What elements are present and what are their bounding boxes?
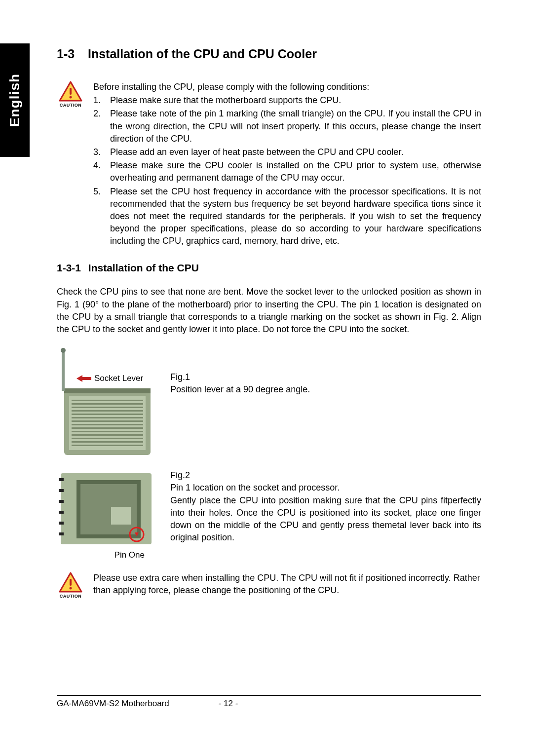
svg-point-33 <box>70 587 72 590</box>
caution-intro: Before installing the CPU, please comply… <box>93 81 481 93</box>
caution-icon: CAUTION <box>57 81 84 108</box>
svg-rect-24 <box>59 500 64 503</box>
figure-2-row: Pin One Fig.2 Pin 1 location on the sock… <box>57 469 481 560</box>
condition-item: Please add an even layer of heat paste b… <box>93 146 481 158</box>
page-footer: GA-MA69VM-S2 Motherboard - 12 - <box>57 695 481 709</box>
svg-rect-17 <box>72 441 143 443</box>
footer-line: GA-MA69VM-S2 Motherboard - 12 - <box>57 699 481 709</box>
svg-rect-25 <box>59 511 64 514</box>
svg-rect-16 <box>72 438 143 439</box>
caution-label: CAUTION <box>57 594 84 599</box>
svg-rect-11 <box>72 420 143 422</box>
condition-item: Please make sure the CPU cooler is insta… <box>93 159 481 184</box>
condition-item: Please take note of the pin 1 marking (t… <box>93 108 481 145</box>
figure-1-row: Socket Lever Fig.1 Position lever at a 9… <box>57 346 481 457</box>
caution-icon: CAUTION <box>57 572 84 599</box>
condition-item: Please make sure that the motherboard su… <box>93 94 481 107</box>
svg-rect-15 <box>72 434 143 436</box>
caution-block-1: CAUTION Before installing the CPU, pleas… <box>57 81 481 248</box>
section-heading: 1-3 Installation of the CPU and CPU Cool… <box>57 47 481 61</box>
caution-label: CAUTION <box>57 103 84 108</box>
language-tab-label: English <box>7 74 23 127</box>
caution-2-text: Please use extra care when installing th… <box>93 572 481 597</box>
language-tab: English <box>0 43 30 157</box>
socket-lever-label: Socket Lever <box>94 374 143 383</box>
cpu-socket-fig1-illustration <box>57 346 155 457</box>
socket-lever-callout: Socket Lever <box>76 374 143 383</box>
figure-1-text: Position lever at a 90 degree angle. <box>170 384 310 394</box>
svg-rect-18 <box>72 445 143 446</box>
pin-one-label: Pin One <box>114 550 145 560</box>
figure-1-image: Socket Lever <box>57 346 155 457</box>
section-title: Installation of the CPU and CPU Cooler <box>88 47 317 61</box>
svg-rect-10 <box>72 417 143 418</box>
figure-2-title: Fig.2 <box>170 469 481 482</box>
svg-rect-27 <box>59 532 64 535</box>
svg-rect-7 <box>72 407 143 408</box>
svg-rect-14 <box>72 431 143 432</box>
svg-rect-22 <box>59 478 64 481</box>
svg-rect-0 <box>70 88 72 95</box>
svg-rect-5 <box>72 400 143 401</box>
cpu-socket-fig2-illustration <box>57 469 155 548</box>
svg-point-1 <box>70 96 72 99</box>
subsection-title: Installation of the CPU <box>88 262 199 273</box>
figure-1-caption: Fig.1 Position lever at a 90 degree angl… <box>170 346 481 396</box>
warning-triangle-icon <box>59 572 82 593</box>
svg-rect-3 <box>64 388 151 393</box>
subsection-heading: 1-3-1 Installation of the CPU <box>57 262 481 274</box>
svg-rect-19 <box>62 349 65 391</box>
figure-2-line1: Pin 1 location on the socket and process… <box>170 483 340 492</box>
footer-product: GA-MA69VM-S2 Motherboard <box>57 699 169 709</box>
svg-rect-23 <box>59 489 64 492</box>
conditions-list: Please make sure that the motherboard su… <box>93 94 481 247</box>
svg-rect-26 <box>59 522 64 525</box>
caution-block-2: CAUTION Please use extra care when insta… <box>57 572 481 599</box>
svg-point-20 <box>61 348 66 353</box>
svg-rect-8 <box>72 410 143 412</box>
figure-1-title: Fig.1 <box>170 371 481 383</box>
warning-triangle-icon <box>59 81 82 102</box>
svg-rect-12 <box>72 424 143 425</box>
section-number: 1-3 <box>57 47 84 61</box>
page-content: 1-3 Installation of the CPU and CPU Cool… <box>0 0 533 599</box>
figure-2-caption: Fig.2 Pin 1 location on the socket and p… <box>170 469 481 544</box>
figure-2-line2: Gently place the CPU into position makin… <box>170 494 481 544</box>
caution-text: Before installing the CPU, please comply… <box>93 81 481 248</box>
pin-one-callout: Pin One <box>57 550 155 560</box>
condition-item: Please set the CPU host frequency in acc… <box>93 186 481 248</box>
svg-rect-13 <box>72 427 143 429</box>
footer-page-number: - 12 - <box>219 699 238 709</box>
svg-rect-6 <box>72 403 143 405</box>
arrow-left-icon <box>76 375 91 382</box>
svg-rect-30 <box>111 507 131 525</box>
subsection-number: 1-3-1 <box>57 262 85 274</box>
svg-rect-32 <box>70 579 72 586</box>
figure-2-image: Pin One <box>57 469 155 560</box>
body-paragraph: Check the CPU pins to see that none are … <box>57 286 481 336</box>
footer-rule <box>57 695 481 696</box>
svg-rect-9 <box>72 414 143 415</box>
